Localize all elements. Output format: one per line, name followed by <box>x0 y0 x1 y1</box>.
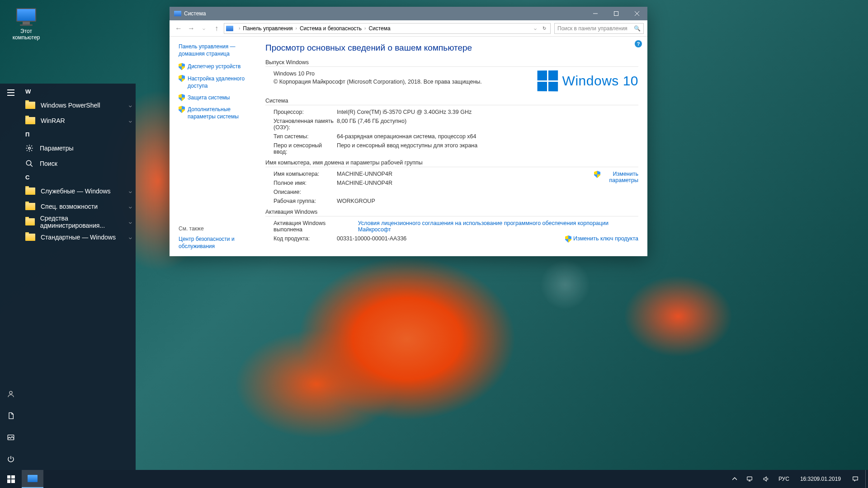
breadcrumb-item[interactable]: Система <box>368 25 390 32</box>
start-item-accessories[interactable]: Стандартные — Windows⌵ <box>22 230 136 245</box>
start-item-admin-tools[interactable]: Средства администрирования...⌵ <box>22 214 136 230</box>
show-desktop-button[interactable] <box>865 470 868 488</box>
nav-back-button[interactable]: ← <box>173 23 184 34</box>
tray-overflow-button[interactable] <box>731 470 739 488</box>
breadcrumb[interactable]: › Панель управления › Система и безопасн… <box>224 23 551 34</box>
windows-icon <box>7 475 15 483</box>
value-computer-name: MACHINE-UNNOP4R <box>337 171 638 177</box>
list-header-w[interactable]: W <box>22 85 136 98</box>
shield-icon <box>179 63 185 70</box>
taskbar: РУС 16:3209.01.2019 <box>0 470 868 488</box>
desktop-icon-this-pc[interactable]: Этот компьютер <box>8 8 44 41</box>
window-maximize-button[interactable] <box>606 7 627 20</box>
sidebar-advanced-settings-link[interactable]: Дополнительные параметры системы <box>179 106 255 120</box>
chevron-up-icon <box>732 477 737 481</box>
tray-clock[interactable]: 16:3209.01.2019 <box>797 470 844 488</box>
shield-icon <box>179 94 185 101</box>
power-icon <box>7 455 15 463</box>
sidebar-remote-settings-link[interactable]: Настройка удаленного доступа <box>179 75 255 89</box>
notification-icon <box>852 476 859 482</box>
rail-documents-button[interactable] <box>0 405 22 427</box>
value-description <box>337 189 638 195</box>
label-system-type: Тип системы: <box>274 133 337 140</box>
list-header-s[interactable]: С <box>22 171 136 183</box>
start-item-search[interactable]: Поиск <box>22 156 136 171</box>
license-terms-link[interactable]: Условия лицензионного соглашения на испо… <box>358 220 638 233</box>
value-ram: 8,00 ГБ (7,46 ГБ доступно) <box>337 118 638 131</box>
window-close-button[interactable] <box>627 7 647 20</box>
value-full-name: MACHINE-UNNOP4R <box>337 180 638 186</box>
help-button[interactable]: ? <box>635 40 642 47</box>
start-item-winrar[interactable]: WinRAR⌵ <box>22 113 136 128</box>
value-workgroup: WORKGROUP <box>337 198 638 204</box>
sidebar-device-manager-link[interactable]: Диспетчер устройств <box>179 63 255 70</box>
nav-up-button[interactable]: ↑ <box>211 23 222 34</box>
start-item-accessibility[interactable]: Спец. возможности⌵ <box>22 199 136 214</box>
start-menu-expand-button[interactable] <box>0 84 22 102</box>
sidebar: Панель управления — домашняя страница Ди… <box>170 37 260 256</box>
change-product-key-link[interactable]: Изменить ключ продукта <box>565 235 638 243</box>
desktop: Этот компьютер W Windows PowerShell⌵ <box>0 0 868 470</box>
svg-rect-5 <box>747 477 752 480</box>
shield-icon <box>565 235 571 243</box>
start-item-system-tools[interactable]: Служебные — Windows⌵ <box>22 183 136 199</box>
start-button[interactable] <box>0 470 22 488</box>
rail-pictures-button[interactable] <box>0 427 22 448</box>
minimize-icon <box>593 11 598 16</box>
label-product-key: Код продукта: <box>274 235 337 242</box>
value-cpu: Intel(R) Core(TM) i5-3570 CPU @ 3.40GHz … <box>337 109 638 115</box>
hamburger-icon <box>7 89 14 96</box>
system-window: Система ← → ⌵ ↑ › Панель управления › Си… <box>170 7 647 256</box>
picture-icon <box>7 434 15 441</box>
section-header-activation: Активация Windows <box>265 209 638 216</box>
svg-point-2 <box>28 147 31 150</box>
search-input[interactable]: Поиск в панели управления 🔍 <box>554 23 644 34</box>
tray-language-button[interactable]: РУС <box>777 470 791 488</box>
windows-logo-icon <box>537 70 558 92</box>
rail-user-button[interactable] <box>0 383 22 405</box>
rail-power-button[interactable] <box>0 448 22 470</box>
close-icon <box>635 11 639 16</box>
breadcrumb-refresh-button[interactable]: ↻ <box>540 24 548 33</box>
network-icon <box>746 476 753 482</box>
svg-point-3 <box>26 160 31 165</box>
nav-forward-button[interactable]: → <box>186 23 197 34</box>
breadcrumb-item[interactable]: Панель управления <box>243 25 292 32</box>
search-icon: 🔍 <box>634 25 641 32</box>
folder-icon <box>25 102 35 109</box>
window-titlebar[interactable]: Система <box>170 7 647 20</box>
breadcrumb-item[interactable]: Система и безопасность <box>300 25 362 32</box>
breadcrumb-dropdown-button[interactable]: ⌵ <box>531 24 539 33</box>
window-title: Система <box>184 10 206 17</box>
system-icon <box>174 11 181 16</box>
chevron-right-icon: › <box>239 26 240 31</box>
page-title: Просмотр основных сведений о вашем компь… <box>265 43 638 53</box>
nav-recent-button[interactable]: ⌵ <box>198 23 209 34</box>
see-also-security-link[interactable]: Центр безопасности и обслуживания <box>179 235 260 250</box>
sidebar-system-protection-link[interactable]: Защита системы <box>179 94 255 101</box>
gear-icon <box>25 144 33 152</box>
label-workgroup: Рабочая группа: <box>274 198 337 204</box>
sidebar-home-link[interactable]: Панель управления — домашняя страница <box>179 43 255 57</box>
chevron-down-icon: ⌵ <box>129 103 132 108</box>
control-panel-icon <box>226 26 233 31</box>
label-cpu: Процессор: <box>274 109 337 115</box>
tray-action-center-button[interactable] <box>850 470 861 488</box>
chevron-down-icon: ⌵ <box>129 235 132 240</box>
window-minimize-button[interactable] <box>585 7 606 20</box>
label-description: Описание: <box>274 189 337 195</box>
start-item-settings[interactable]: Параметры <box>22 141 136 156</box>
folder-icon <box>25 218 35 225</box>
explorer-toolbar: ← → ⌵ ↑ › Панель управления › Система и … <box>170 20 647 37</box>
start-item-powershell[interactable]: Windows PowerShell⌵ <box>22 98 136 113</box>
section-header-edition: Выпуск Windows <box>265 59 638 67</box>
folder-icon <box>25 203 35 210</box>
folder-icon <box>25 188 35 195</box>
change-settings-link[interactable]: Изменить параметры <box>594 171 638 183</box>
list-header-p[interactable]: П <box>22 128 136 141</box>
tray-network-button[interactable] <box>744 470 755 488</box>
taskbar-app-system[interactable] <box>22 470 43 488</box>
label-computer-name: Имя компьютера: <box>274 171 337 177</box>
tray-volume-button[interactable] <box>760 470 771 488</box>
label-ram: Установленная память (ОЗУ): <box>274 118 337 131</box>
